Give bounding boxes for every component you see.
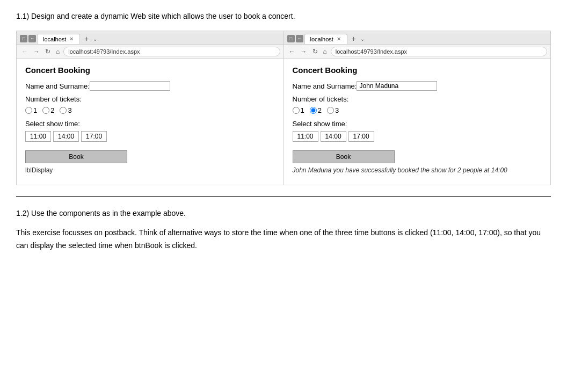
page-content-right: Concert Booking Name and Surname: Number…	[284, 59, 551, 185]
radio-2-input-right[interactable]	[310, 107, 317, 114]
section-divider	[16, 196, 551, 197]
tab-right[interactable]: localhost ✕	[304, 34, 347, 44]
radio-3-right: 3	[327, 106, 339, 114]
home-btn-right[interactable]: ⌂	[322, 47, 329, 56]
time-btn-1100-left[interactable]: 11:00	[25, 131, 51, 142]
browser-panels-container: □ ← localhost ✕ + ⌄ ← → ↻ ⌂ localhost:49…	[16, 31, 551, 185]
time-btn-1400-left[interactable]: 14:00	[53, 131, 79, 142]
radio-group-right: 1 2 3	[293, 106, 542, 114]
name-label-right: Name and Surname:	[293, 82, 357, 90]
name-row-right: Name and Surname:	[293, 81, 542, 91]
show-time-label-right: Select show time:	[293, 120, 542, 128]
radio-1-label-left: 1	[33, 106, 37, 114]
bottom-text: This exercise focusses on postback. Thin…	[16, 227, 551, 252]
page-title-right: Concert Booking	[293, 66, 542, 75]
tickets-label-left: Number of tickets:	[25, 95, 275, 103]
show-time-label-left: Select show time:	[25, 120, 275, 128]
tab-bar-right: □ ← localhost ✕ + ⌄	[284, 31, 551, 45]
browser-panel-left: □ ← localhost ✕ + ⌄ ← → ↻ ⌂ localhost:49…	[17, 31, 284, 185]
browser-nav-left: ← → ↻ ⌂ localhost:49793/Index.aspx	[17, 45, 284, 59]
tab-bar-left: □ ← localhost ✕ + ⌄	[17, 31, 284, 45]
browser-pin-left: ←	[28, 35, 36, 42]
time-btn-1700-right[interactable]: 17:00	[348, 131, 374, 142]
radio-3-label-right: 3	[335, 106, 339, 114]
refresh-btn-right[interactable]: ↻	[311, 47, 319, 56]
browser-panel-right: □ ← localhost ✕ + ⌄ ← → ↻ ⌂ localhost:49…	[284, 31, 551, 185]
display-label-left: lblDisplay	[25, 166, 275, 174]
book-btn-container-right: Book	[293, 150, 542, 163]
radio-2-label-left: 2	[50, 106, 54, 114]
book-btn-container-left: Book	[25, 150, 275, 163]
time-buttons-left: 11:00 14:00 17:00	[25, 131, 275, 142]
browser-nav-right: ← → ↻ ⌂ localhost:49793/Index.aspx	[284, 45, 551, 59]
back-btn-left[interactable]: ←	[20, 47, 30, 56]
tab-close-right[interactable]: ✕	[337, 36, 341, 42]
tab-chevron-left[interactable]: ⌄	[93, 36, 97, 42]
address-bar-right[interactable]: localhost:49793/Index.aspx	[331, 47, 547, 56]
radio-3-input-right[interactable]	[327, 107, 334, 114]
new-tab-btn-right[interactable]: +	[348, 33, 359, 44]
question-2-text: 1.2) Use the components as in the exampl…	[16, 207, 551, 219]
tab-label-left: localhost	[43, 36, 66, 42]
new-tab-btn-left[interactable]: +	[81, 33, 92, 44]
radio-3-label-left: 3	[68, 106, 71, 114]
back-btn-right[interactable]: ←	[287, 47, 297, 56]
name-input-right[interactable]	[357, 81, 437, 91]
time-btn-1400-right[interactable]: 14:00	[321, 131, 346, 142]
tab-chevron-right[interactable]: ⌄	[360, 36, 365, 42]
tab-close-left[interactable]: ✕	[69, 36, 74, 42]
tickets-label-right: Number of tickets:	[293, 95, 542, 103]
question-1-text: 1.1) Design and create a dynamic Web sit…	[16, 11, 551, 22]
radio-1-input-right[interactable]	[293, 107, 300, 114]
refresh-btn-left[interactable]: ↻	[43, 47, 52, 56]
name-label-left: Name and Surname:	[25, 82, 90, 90]
radio-2-input-left[interactable]	[42, 107, 49, 114]
page-title-left: Concert Booking	[25, 66, 275, 75]
tab-left[interactable]: localhost ✕	[37, 34, 80, 44]
radio-3-left: 3	[60, 106, 71, 114]
address-text-left: localhost:49793/Index.aspx	[68, 48, 140, 55]
radio-1-label-right: 1	[301, 106, 304, 114]
browser-chrome-right: □ ← localhost ✕ + ⌄ ← → ↻ ⌂ localhost:49…	[284, 31, 551, 59]
radio-3-input-left[interactable]	[60, 107, 67, 114]
time-btn-1700-left[interactable]: 17:00	[81, 131, 107, 142]
forward-btn-left[interactable]: →	[32, 47, 41, 56]
book-button-right[interactable]: Book	[293, 150, 395, 163]
time-buttons-right: 11:00 14:00 17:00	[293, 131, 542, 142]
page-content-left: Concert Booking Name and Surname: Number…	[17, 59, 284, 185]
radio-2-label-right: 2	[318, 106, 322, 114]
name-input-left[interactable]	[90, 81, 170, 91]
browser-chrome-left: □ ← localhost ✕ + ⌄ ← → ↻ ⌂ localhost:49…	[17, 31, 284, 59]
browser-icon-right: □	[287, 35, 295, 42]
browser-icon-left: □	[20, 35, 27, 42]
name-row-left: Name and Surname:	[25, 81, 275, 91]
radio-2-right: 2	[310, 106, 322, 114]
radio-1-input-left[interactable]	[25, 107, 32, 114]
address-text-right: localhost:49793/Index.aspx	[336, 48, 407, 55]
browser-pin-right: ←	[296, 35, 303, 42]
radio-1-left: 1	[25, 106, 37, 114]
tab-label-right: localhost	[310, 36, 333, 42]
book-button-left[interactable]: Book	[25, 150, 127, 163]
radio-2-left: 2	[42, 106, 54, 114]
confirmation-text-right: John Maduna you have successfully booked…	[293, 166, 542, 174]
radio-group-left: 1 2 3	[25, 106, 275, 114]
time-btn-1100-right[interactable]: 11:00	[293, 131, 318, 142]
address-bar-left[interactable]: localhost:49793/Index.aspx	[63, 47, 280, 56]
forward-btn-right[interactable]: →	[299, 47, 309, 56]
home-btn-left[interactable]: ⌂	[54, 47, 61, 56]
radio-1-right: 1	[293, 106, 304, 114]
